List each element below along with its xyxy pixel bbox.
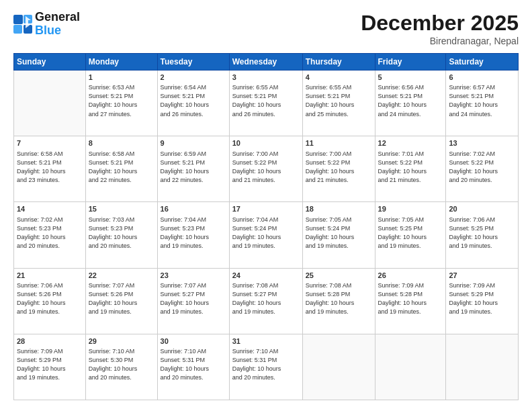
cell-day-number: 12 <box>378 138 443 148</box>
calendar-week-row: 28Sunrise: 7:09 AM Sunset: 5:29 PM Dayli… <box>14 334 519 400</box>
calendar-cell <box>375 334 446 400</box>
cell-info: Sunrise: 7:06 AM Sunset: 5:25 PM Dayligh… <box>449 216 515 250</box>
calendar-week-row: 14Sunrise: 7:02 AM Sunset: 5:23 PM Dayli… <box>14 202 519 268</box>
cell-info: Sunrise: 7:08 AM Sunset: 5:28 PM Dayligh… <box>306 281 372 316</box>
cell-info: Sunrise: 6:58 AM Sunset: 5:21 PM Dayligh… <box>89 150 154 185</box>
cell-info: Sunrise: 7:09 AM Sunset: 5:29 PM Dayligh… <box>449 281 515 316</box>
cell-info: Sunrise: 6:58 AM Sunset: 5:21 PM Dayligh… <box>17 150 83 185</box>
cell-day-number: 4 <box>306 73 372 83</box>
cell-day-number: 11 <box>306 138 372 148</box>
calendar-body: 1Sunrise: 6:53 AM Sunset: 5:21 PM Daylig… <box>14 71 519 400</box>
cell-day-number: 9 <box>161 138 226 148</box>
calendar-cell: 31Sunrise: 7:10 AM Sunset: 5:31 PM Dayli… <box>229 334 302 400</box>
svg-rect-2 <box>13 25 22 34</box>
cell-info: Sunrise: 7:09 AM Sunset: 5:28 PM Dayligh… <box>378 281 443 316</box>
calendar-cell <box>302 334 375 400</box>
cell-day-number: 10 <box>232 138 300 148</box>
calendar-cell: 21Sunrise: 7:06 AM Sunset: 5:26 PM Dayli… <box>14 268 86 334</box>
cell-info: Sunrise: 6:59 AM Sunset: 5:21 PM Dayligh… <box>161 150 226 185</box>
calendar-cell: 19Sunrise: 7:05 AM Sunset: 5:25 PM Dayli… <box>375 202 446 268</box>
cell-info: Sunrise: 6:55 AM Sunset: 5:21 PM Dayligh… <box>306 83 372 118</box>
header-day: Friday <box>375 54 446 71</box>
cell-day-number: 14 <box>17 204 83 214</box>
cell-day-number: 31 <box>232 336 300 347</box>
cell-day-number: 27 <box>449 271 515 281</box>
cell-info: Sunrise: 6:57 AM Sunset: 5:21 PM Dayligh… <box>449 83 515 118</box>
calendar-cell: 22Sunrise: 7:07 AM Sunset: 5:26 PM Dayli… <box>85 268 157 334</box>
calendar-cell: 12Sunrise: 7:01 AM Sunset: 5:22 PM Dayli… <box>375 136 446 202</box>
calendar-cell: 1Sunrise: 6:53 AM Sunset: 5:21 PM Daylig… <box>85 71 157 136</box>
cell-day-number: 30 <box>161 336 226 347</box>
calendar-cell: 8Sunrise: 6:58 AM Sunset: 5:21 PM Daylig… <box>85 136 157 202</box>
cell-day-number: 23 <box>161 271 226 281</box>
header-day: Thursday <box>302 54 375 71</box>
cell-info: Sunrise: 7:00 AM Sunset: 5:22 PM Dayligh… <box>306 150 372 185</box>
cell-info: Sunrise: 7:10 AM Sunset: 5:31 PM Dayligh… <box>232 347 300 382</box>
calendar-cell: 11Sunrise: 7:00 AM Sunset: 5:22 PM Dayli… <box>302 136 375 202</box>
calendar-cell: 6Sunrise: 6:57 AM Sunset: 5:21 PM Daylig… <box>446 71 519 136</box>
calendar-cell <box>14 71 86 136</box>
cell-day-number: 28 <box>17 336 83 347</box>
cell-info: Sunrise: 7:05 AM Sunset: 5:24 PM Dayligh… <box>306 216 372 250</box>
calendar-cell: 7Sunrise: 6:58 AM Sunset: 5:21 PM Daylig… <box>14 136 86 202</box>
header-day: Wednesday <box>229 54 302 71</box>
cell-info: Sunrise: 7:01 AM Sunset: 5:22 PM Dayligh… <box>378 150 443 185</box>
cell-day-number: 5 <box>378 73 443 83</box>
cell-info: Sunrise: 6:54 AM Sunset: 5:21 PM Dayligh… <box>161 83 226 118</box>
cell-info: Sunrise: 7:02 AM Sunset: 5:23 PM Dayligh… <box>17 216 83 250</box>
cell-day-number: 29 <box>89 336 154 347</box>
cell-day-number: 3 <box>232 73 300 83</box>
cell-day-number: 17 <box>232 204 300 214</box>
calendar-week-row: 21Sunrise: 7:06 AM Sunset: 5:26 PM Dayli… <box>14 268 519 334</box>
cell-info: Sunrise: 6:56 AM Sunset: 5:21 PM Dayligh… <box>378 83 443 118</box>
cell-info: Sunrise: 7:10 AM Sunset: 5:31 PM Dayligh… <box>161 347 226 382</box>
calendar-cell: 26Sunrise: 7:09 AM Sunset: 5:28 PM Dayli… <box>375 268 446 334</box>
cell-day-number: 1 <box>89 73 154 83</box>
cell-day-number: 18 <box>306 204 372 214</box>
cell-info: Sunrise: 7:06 AM Sunset: 5:26 PM Dayligh… <box>17 281 83 316</box>
calendar-cell: 17Sunrise: 7:04 AM Sunset: 5:24 PM Dayli… <box>229 202 302 268</box>
calendar-cell: 2Sunrise: 6:54 AM Sunset: 5:21 PM Daylig… <box>157 71 229 136</box>
calendar-cell: 16Sunrise: 7:04 AM Sunset: 5:23 PM Dayli… <box>157 202 229 268</box>
cell-info: Sunrise: 7:04 AM Sunset: 5:24 PM Dayligh… <box>232 216 300 250</box>
calendar-cell <box>446 334 519 400</box>
calendar-header: SundayMondayTuesdayWednesdayThursdayFrid… <box>14 54 519 71</box>
title-block: December 2025 Birendranagar, Nepal <box>361 11 519 46</box>
svg-rect-0 <box>13 15 23 24</box>
cell-day-number: 7 <box>17 138 83 148</box>
main-title: December 2025 <box>361 11 519 36</box>
cell-info: Sunrise: 7:04 AM Sunset: 5:23 PM Dayligh… <box>161 216 226 250</box>
calendar-week-row: 7Sunrise: 6:58 AM Sunset: 5:21 PM Daylig… <box>14 136 519 202</box>
cell-info: Sunrise: 6:55 AM Sunset: 5:21 PM Dayligh… <box>232 83 300 118</box>
calendar-cell: 5Sunrise: 6:56 AM Sunset: 5:21 PM Daylig… <box>375 71 446 136</box>
cell-info: Sunrise: 7:10 AM Sunset: 5:30 PM Dayligh… <box>89 347 154 382</box>
calendar-cell: 4Sunrise: 6:55 AM Sunset: 5:21 PM Daylig… <box>302 71 375 136</box>
cell-day-number: 22 <box>89 271 154 281</box>
subtitle: Birendranagar, Nepal <box>361 36 519 46</box>
calendar-week-row: 1Sunrise: 6:53 AM Sunset: 5:21 PM Daylig… <box>14 71 519 136</box>
calendar-cell: 28Sunrise: 7:09 AM Sunset: 5:29 PM Dayli… <box>14 334 86 400</box>
cell-day-number: 15 <box>89 204 154 214</box>
cell-info: Sunrise: 7:09 AM Sunset: 5:29 PM Dayligh… <box>17 347 83 382</box>
calendar-cell: 15Sunrise: 7:03 AM Sunset: 5:23 PM Dayli… <box>85 202 157 268</box>
calendar-cell: 10Sunrise: 7:00 AM Sunset: 5:22 PM Dayli… <box>229 136 302 202</box>
calendar-cell: 20Sunrise: 7:06 AM Sunset: 5:25 PM Dayli… <box>446 202 519 268</box>
cell-info: Sunrise: 7:00 AM Sunset: 5:22 PM Dayligh… <box>232 150 300 185</box>
cell-info: Sunrise: 7:08 AM Sunset: 5:27 PM Dayligh… <box>232 281 300 316</box>
calendar-cell: 27Sunrise: 7:09 AM Sunset: 5:29 PM Dayli… <box>446 268 519 334</box>
cell-day-number: 26 <box>378 271 443 281</box>
calendar-cell: 30Sunrise: 7:10 AM Sunset: 5:31 PM Dayli… <box>157 334 229 400</box>
header: General Blue December 2025 Birendranagar… <box>13 11 519 46</box>
calendar-cell: 29Sunrise: 7:10 AM Sunset: 5:30 PM Dayli… <box>85 334 157 400</box>
calendar-cell: 25Sunrise: 7:08 AM Sunset: 5:28 PM Dayli… <box>302 268 375 334</box>
cell-day-number: 2 <box>161 73 226 83</box>
logo-line1: General <box>35 11 80 24</box>
calendar-cell: 24Sunrise: 7:08 AM Sunset: 5:27 PM Dayli… <box>229 268 302 334</box>
cell-info: Sunrise: 6:53 AM Sunset: 5:21 PM Dayligh… <box>89 83 154 118</box>
cell-day-number: 24 <box>232 271 300 281</box>
logo-text: General Blue <box>35 11 80 38</box>
cell-info: Sunrise: 7:07 AM Sunset: 5:27 PM Dayligh… <box>161 281 226 316</box>
header-day: Tuesday <box>157 54 229 71</box>
cell-day-number: 13 <box>449 138 515 148</box>
cell-day-number: 8 <box>89 138 154 148</box>
